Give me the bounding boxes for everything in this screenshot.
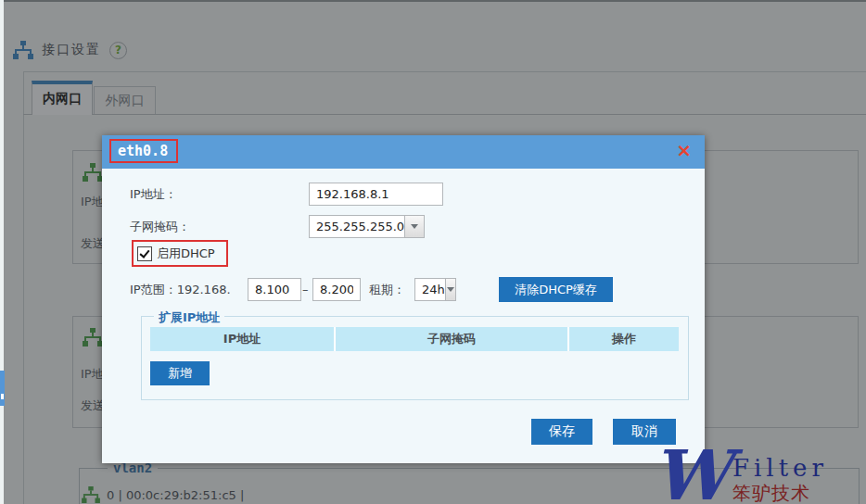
range-end-input[interactable] bbox=[312, 278, 361, 301]
ip-range-label: IP范围：192.168. bbox=[130, 278, 231, 301]
extended-ip-table-header: IP地址 子网掩码 操作 bbox=[150, 327, 679, 351]
interface-edit-dialog: eth0.8 × IP地址： 子网掩码： 255.255.255.0 启用DHC… bbox=[102, 135, 705, 463]
chevron-down-icon bbox=[445, 279, 455, 300]
dhcp-checkbox-label: 启用DHCP bbox=[157, 246, 215, 262]
dialog-title: eth0.8 bbox=[118, 143, 168, 159]
clear-dhcp-cache-button[interactable]: 清除DHCP缓存 bbox=[499, 277, 613, 302]
close-icon[interactable]: × bbox=[676, 139, 692, 161]
lease-value: 24h bbox=[415, 279, 445, 300]
column-subnet-mask: 子网掩码 bbox=[334, 327, 567, 351]
side-panel-handle[interactable] bbox=[0, 371, 5, 406]
left-edge-strip bbox=[0, 0, 4, 504]
column-ip-address: IP地址 bbox=[150, 327, 334, 351]
dialog-body: IP地址： 子网掩码： 255.255.255.0 启用DHCP IP范围：19… bbox=[102, 169, 705, 463]
ip-address-label: IP地址： bbox=[130, 183, 177, 206]
save-button[interactable]: 保存 bbox=[531, 419, 592, 445]
wfilter-logo-w-icon: W bbox=[653, 443, 730, 504]
lease-label: 租期： bbox=[369, 278, 405, 301]
subnet-mask-select[interactable]: 255.255.255.0 bbox=[309, 215, 425, 238]
lease-select[interactable]: 24h bbox=[414, 278, 456, 301]
range-dash: – bbox=[302, 278, 309, 301]
column-action: 操作 bbox=[567, 327, 679, 351]
wfilter-logo-subtitle: 笨驴技术 bbox=[732, 481, 810, 504]
dialog-header: eth0.8 × bbox=[102, 135, 705, 169]
screen: 接口设置 ? 内网口 外网口 IP地 发送 bbox=[0, 0, 866, 504]
chevron-down-icon bbox=[404, 216, 424, 237]
check-icon bbox=[139, 247, 149, 258]
subnet-mask-value: 255.255.255.0 bbox=[310, 216, 404, 237]
subnet-mask-label: 子网掩码： bbox=[130, 215, 190, 238]
wfilter-logo-name: Filter bbox=[732, 454, 828, 482]
annotation-box-title: eth0.8 bbox=[109, 139, 178, 163]
extended-ip-legend: 扩展IP地址 bbox=[154, 309, 224, 326]
dhcp-checkbox[interactable] bbox=[137, 246, 152, 261]
range-start-input[interactable] bbox=[248, 278, 301, 301]
add-button[interactable]: 新增 bbox=[150, 361, 210, 385]
annotation-box-dhcp: 启用DHCP bbox=[132, 240, 228, 267]
ip-address-input[interactable] bbox=[309, 183, 443, 206]
wfilter-watermark: W Filter 笨驴技术 bbox=[649, 447, 866, 504]
